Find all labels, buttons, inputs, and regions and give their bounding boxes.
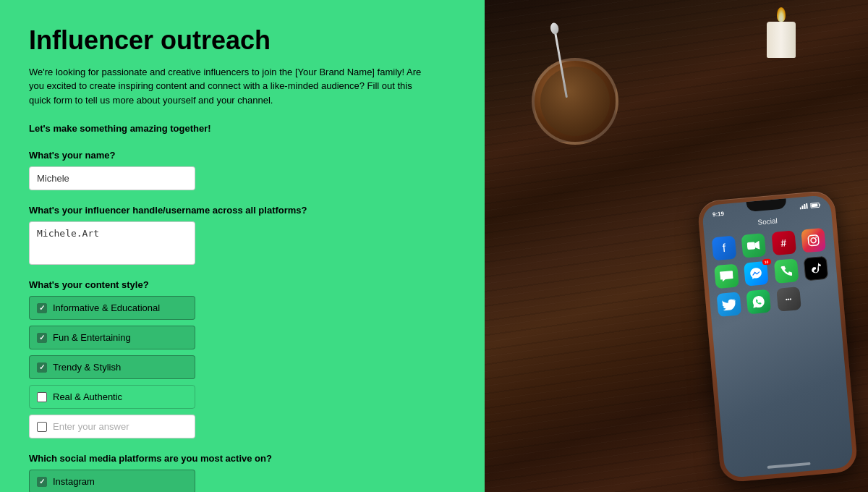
app-extra-wrap: ••• — [776, 287, 803, 312]
platforms-options: ✓ Instagram ✓ YouTube TikTok Twitter — [29, 470, 456, 492]
svg-rect-1 — [801, 205, 803, 209]
app-twitter-icon — [717, 292, 742, 317]
svg-rect-7 — [747, 242, 756, 250]
app-whatsapp-icon — [746, 289, 772, 315]
app-instagram-icon — [801, 228, 826, 253]
content-style-label: What's your content style? — [29, 279, 456, 290]
candle-flame — [777, 7, 786, 22]
app-hashtag-icon: # — [771, 230, 796, 255]
messenger-badge: 10 — [762, 258, 771, 265]
phone-device: 9:19 — [697, 190, 858, 483]
page-description: We're looking for passionate and creativ… — [29, 65, 434, 108]
app-facetime-wrap — [741, 233, 768, 258]
option-informative-label: Informative & Educational — [53, 302, 160, 313]
app-messenger-wrap: 10 — [744, 261, 770, 287]
checkbox-fun: ✓ — [37, 333, 47, 343]
app-phone-icon — [773, 258, 799, 284]
tagline: Let's make something amazing together! — [29, 123, 456, 134]
option-fun-label: Fun & Entertaining — [53, 332, 131, 343]
background-image: 9:19 — [485, 0, 868, 492]
app-facetime-icon — [741, 233, 767, 258]
app-messages-icon — [714, 263, 739, 289]
checkbox-informative: ✓ — [37, 303, 47, 313]
option-trendy-label: Trendy & Stylish — [53, 362, 121, 373]
other-placeholder-text: Enter your answer — [53, 421, 129, 432]
checkbox-trendy: ✓ — [37, 362, 47, 373]
option-instagram-label: Instagram — [53, 476, 95, 487]
app-instagram-wrap — [801, 228, 827, 253]
battery-icon — [810, 202, 821, 208]
svg-point-10 — [811, 237, 817, 243]
checkbox-other — [37, 422, 47, 432]
svg-rect-5 — [811, 203, 817, 207]
handle-input[interactable]: Michele.Art — [29, 221, 195, 265]
handle-label: What's your influencer handle/username a… — [29, 205, 456, 216]
phone-case: 9:19 — [697, 190, 858, 483]
candle-body — [767, 22, 796, 58]
app-extra-icon: ••• — [776, 287, 801, 312]
option-real-label: Real & Authentic — [53, 391, 122, 402]
form-panel: Influencer outreach We're looking for pa… — [0, 0, 485, 492]
name-label: What's your name? — [29, 150, 456, 161]
app-twitter-wrap — [717, 292, 744, 317]
app-tiktok-wrap — [803, 256, 830, 281]
app-facebook-wrap: f — [712, 235, 739, 260]
platforms-label: Which social media platforms are you mos… — [29, 453, 456, 464]
option-trendy[interactable]: ✓ Trendy & Stylish — [29, 355, 195, 379]
app-hashtag-wrap: # — [771, 230, 798, 255]
checkbox-real — [37, 392, 47, 402]
app-whatsapp-wrap — [746, 289, 773, 315]
svg-rect-0 — [800, 207, 801, 209]
option-real[interactable]: Real & Authentic — [29, 385, 195, 409]
option-instagram[interactable]: ✓ Instagram — [29, 470, 195, 492]
app-tiktok-icon — [803, 256, 828, 281]
name-group: What's your name? — [29, 150, 456, 190]
checkbox-instagram: ✓ — [37, 477, 47, 487]
content-style-group: What's your content style? ✓ Informative… — [29, 279, 456, 438]
phone-screen: 9:19 — [702, 195, 854, 478]
option-fun[interactable]: ✓ Fun & Entertaining — [29, 326, 195, 349]
phone-time: 9:19 — [712, 210, 725, 217]
option-informative[interactable]: ✓ Informative & Educational — [29, 296, 195, 320]
svg-rect-3 — [806, 203, 808, 209]
app-grid: f # — [704, 224, 840, 321]
svg-rect-2 — [804, 204, 806, 209]
svg-marker-8 — [755, 241, 760, 250]
coffee-liquid — [540, 67, 610, 136]
home-indicator — [767, 462, 811, 469]
app-phone-wrap — [773, 258, 800, 284]
other-option[interactable]: Enter your answer — [29, 415, 195, 438]
content-style-options: ✓ Informative & Educational ✓ Fun & Ente… — [29, 296, 456, 438]
candle-decoration — [752, 0, 810, 58]
app-messages-wrap — [714, 263, 741, 289]
name-input[interactable] — [29, 166, 195, 190]
platforms-group: Which social media platforms are you mos… — [29, 453, 456, 492]
app-facebook-icon: f — [712, 236, 737, 261]
page-title: Influencer outreach — [29, 26, 456, 55]
cup-outer — [532, 58, 618, 145]
handle-group: What's your influencer handle/username a… — [29, 205, 456, 265]
svg-rect-9 — [808, 235, 819, 246]
status-icons — [799, 202, 821, 209]
svg-point-11 — [815, 237, 817, 238]
signal-icon — [799, 203, 809, 210]
image-panel: 9:19 — [485, 0, 868, 492]
coffee-cup — [514, 29, 644, 159]
